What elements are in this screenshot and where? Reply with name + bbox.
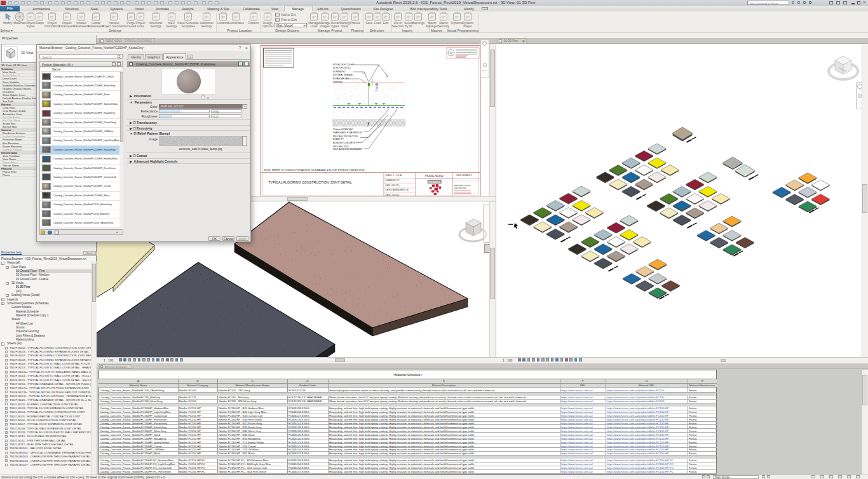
svg-text:NITOFLOR FC150 HP: NITOFLOR FC150 HP	[333, 64, 355, 66]
svg-text:NITOSEAL SEALANT: NITOSEAL SEALANT	[333, 74, 353, 76]
svg-text:250mm SUPERCAST: 250mm SUPERCAST	[333, 128, 353, 131]
svg-text:C.J.: C.J.	[362, 72, 366, 74]
svg-text:SELF ADHESIVE MEMBRANE: SELF ADHESIVE MEMBRANE	[333, 148, 362, 151]
svg-text:BOARD PP: BOARD PP	[333, 138, 344, 140]
svg-text:1300 812 864: 1300 812 864	[454, 187, 466, 189]
svg-text:10mm dia.: 10mm dia.	[333, 81, 342, 83]
svg-text:SCALE: 1 : 5 @ A4: SCALE: 1 : 5 @ A4	[386, 174, 403, 177]
svg-text:EXPANDAFOAM: EXPANDAFOAM	[333, 78, 349, 80]
svg-text:(or NITOFLOR SL): (or NITOFLOR SL)	[333, 67, 351, 69]
svg-text:DATE: 08/07/10: DATE: 08/07/10	[386, 184, 400, 187]
svg-text:25 mm: 25 mm	[376, 83, 379, 89]
svg-text:PROOFEX PROTECTION: PROOFEX PROTECTION	[333, 135, 358, 138]
svg-text:NOTE: REFER TO FOSROC FOR ADVI: NOTE: REFER TO FOSROC FOR ADVICE ON SEAL…	[264, 169, 364, 172]
svg-text:ISSUE NUMBER 3: ISSUE NUMBER 3	[456, 174, 472, 177]
svg-text:REARGUARD R WATERSTOP: REARGUARD R WATERSTOP	[333, 132, 363, 134]
svg-text:BLINDING CONCRETE: BLINDING CONCRETE	[333, 142, 356, 144]
svg-text:cc: cc	[450, 51, 454, 55]
svg-text:DRAWN BY: FC: DRAWN BY: FC	[386, 179, 400, 182]
svg-text:TYPICAL FLOORING CONSTRUCTION: TYPICAL FLOORING CONSTRUCTION JOINT DETA…	[269, 180, 353, 184]
svg-text:THE MANUFACTURERS OF QUALITY: THE MANUFACTURERS OF QUALITY	[454, 181, 478, 182]
svg-text:TSD/F-SD02: TSD/F-SD02	[424, 174, 444, 178]
svg-text:NOMINATED: NOMINATED	[333, 71, 346, 73]
svg-text:PROOFEX 3100: PROOFEX 3100	[333, 145, 349, 148]
svg-text:FOSROC: FOSROC	[428, 180, 441, 184]
svg-text:LATEST AMENDMENT: AC: LATEST AMENDMENT: AC	[386, 189, 410, 191]
svg-text:FOSROC INTERNATIONAL PTY LIMIT: FOSROC INTERNATIONAL PTY LIMITED	[454, 179, 480, 180]
